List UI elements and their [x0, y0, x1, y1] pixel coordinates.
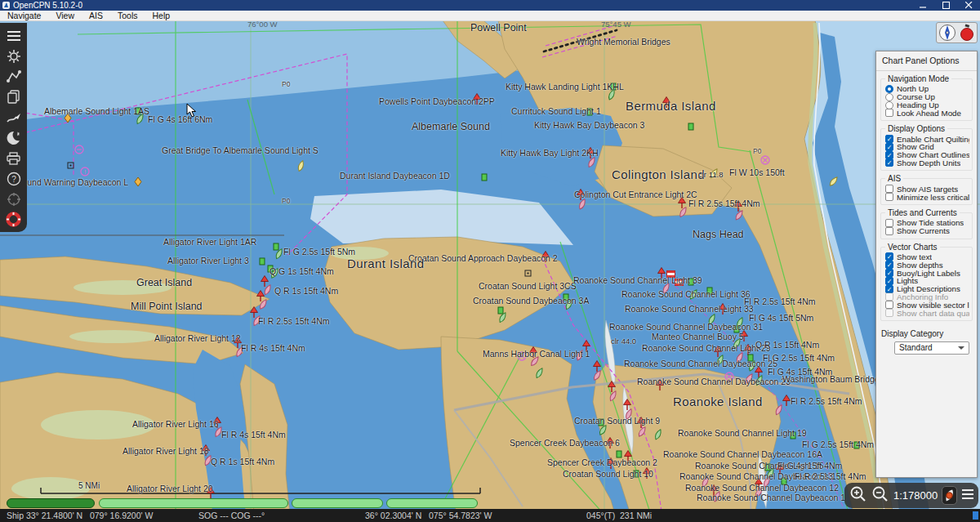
- option-show-depth-units[interactable]: ✓Show Depth Units: [885, 159, 969, 167]
- chart-label: Fl R 2.5s 15ft 4Nm: [744, 297, 816, 306]
- checkbox-show-ais-targets[interactable]: [885, 185, 893, 193]
- settings-gear-icon[interactable]: [3, 46, 24, 66]
- chart-label: Fl G 2.5s 15ft 4Nm: [763, 353, 835, 363]
- group-label: Display Options: [885, 124, 947, 133]
- chart-scale-toolbar: 1:178000: [844, 483, 978, 508]
- drop-mark-icon[interactable]: [3, 189, 24, 209]
- option-label: Anchoring Info: [897, 292, 948, 301]
- chart-menu-button[interactable]: [961, 489, 974, 503]
- chart-label: Wright Memorial Bridges: [577, 37, 670, 47]
- chart-label: Fl R 2.5s 15ft 4Nm: [688, 199, 760, 208]
- chart-label: Durant Island: [347, 257, 424, 270]
- chart-label: Durant Island Daybeacon 1D: [340, 171, 450, 181]
- menu-icon[interactable]: [3, 25, 24, 46]
- help-icon[interactable]: ?: [3, 168, 24, 189]
- menu-bar: NavigateViewAISToolsHelp: [0, 11, 980, 21]
- menu-help[interactable]: Help: [145, 11, 177, 21]
- print-icon[interactable]: [3, 148, 24, 168]
- chart-bar-segment[interactable]: [292, 498, 383, 508]
- checkbox-show-currents[interactable]: [885, 227, 893, 235]
- checkbox-minimize-less-critical-targets[interactable]: [885, 193, 893, 201]
- chart-bar-segment[interactable]: [386, 498, 478, 508]
- checkbox-look-ahead-mode[interactable]: [885, 109, 893, 117]
- chart-label: Alligator River Light 16: [132, 419, 219, 429]
- group-ais: AISShow AIS targetsMinimize less critica…: [880, 178, 973, 205]
- menu-ais[interactable]: AIS: [82, 11, 110, 21]
- night-mode-moon-icon[interactable]: [3, 127, 24, 148]
- radio-course-up[interactable]: [885, 93, 893, 101]
- bearing-range-readout: 045°(T) 231 NMi: [586, 509, 652, 522]
- checkbox-show-depth-units[interactable]: ✓: [885, 158, 893, 167]
- follow-boat-button[interactable]: [942, 486, 957, 505]
- checkbox-buoy-light-labels[interactable]: ✓: [885, 269, 893, 277]
- chart-label: Fl R 4s 15ft 4Nm: [221, 430, 286, 439]
- close-button[interactable]: [957, 0, 980, 11]
- checkbox-lights[interactable]: ✓: [885, 277, 893, 285]
- option-label: Look Ahead Mode: [897, 109, 961, 118]
- menu-tools[interactable]: Tools: [110, 11, 145, 21]
- chart-label: Croatan Sound Daybeacon 3A: [473, 296, 589, 306]
- chart-label: Croatan Sound Light 10: [563, 469, 653, 479]
- compass-gps-widget[interactable]: [936, 22, 978, 43]
- option-show-currents[interactable]: Show Currents: [885, 227, 969, 235]
- chart-label: 5 NMi: [78, 481, 100, 490]
- chart-label: Fl G 2.5s 15ft 5Nm: [283, 247, 355, 257]
- compass-rose-icon: [938, 24, 956, 42]
- radio-north-up[interactable]: [885, 85, 893, 93]
- chart-label: Roanoke Sound Channel Light 36: [621, 289, 751, 299]
- chart-label: Kitty Hawk Bay Light 2KH: [501, 148, 599, 158]
- checkbox-show-grid[interactable]: ✓: [885, 143, 893, 151]
- checkbox-light-descriptions[interactable]: ✓: [885, 285, 893, 293]
- checkbox-show-tide-stations[interactable]: [885, 219, 893, 227]
- maximize-button[interactable]: [934, 0, 957, 11]
- minimize-button[interactable]: [911, 0, 934, 11]
- checkbox-anchoring-info[interactable]: [885, 292, 893, 301]
- checkbox-show-visible-sector-lights[interactable]: [885, 301, 893, 309]
- chart-canvas[interactable]: 76°00 W75°45 WPowell PointWright Memoria…: [0, 21, 980, 522]
- route-manager-icon[interactable]: [3, 87, 24, 107]
- title-bar: OpenCPN 5.10.2-0: [0, 0, 980, 11]
- chart-bar-segment[interactable]: [99, 498, 288, 508]
- chart-label: P0: [282, 80, 290, 88]
- group-label: Vector Charts: [885, 243, 940, 252]
- zoom-out-button[interactable]: [871, 485, 889, 506]
- checkbox-show-text[interactable]: ✓: [885, 252, 893, 261]
- app-logo-icon: [2, 2, 10, 9]
- follow-vessel-icon[interactable]: [3, 107, 24, 127]
- checkbox-show-chart-outlines[interactable]: ✓: [885, 151, 893, 159]
- chart-label: Roanoke Sound Channel Daybeacon 23: [637, 377, 791, 386]
- chart-label: Alligator River Light 1AR: [163, 237, 256, 247]
- chart-label: Spencer Creek Daybeacon 6: [510, 438, 620, 448]
- chart-label: Fl R 2.5s 15ft 4Nm: [795, 471, 866, 481]
- checkbox-enable-chart-quilting[interactable]: ✓: [885, 135, 893, 143]
- chart-label: Bermuda Island: [626, 99, 716, 113]
- chart-label: Mill Point Island: [131, 301, 203, 312]
- create-route-icon[interactable]: [3, 66, 24, 87]
- option-show-chart-data-quality[interactable]: Show chart data quality: [885, 309, 969, 317]
- man-overboard-icon[interactable]: [3, 209, 24, 230]
- option-anchoring-info[interactable]: Anchoring Info: [885, 293, 969, 301]
- chart-label: Kitty Hawk Landing Light 1KHL: [506, 82, 624, 91]
- checkbox-show-chart-data-quality[interactable]: [885, 309, 893, 317]
- chart-label: Q G 1s 15ft 4Nm: [270, 266, 334, 276]
- chart-label: Fl R 2.5s 15ft 4Nm: [791, 396, 862, 406]
- chart-label: Manteo Channel Buoy 5: [652, 332, 744, 341]
- chart-label: Colington Cut Entrance Light 2C: [574, 190, 697, 199]
- chart-label: Fl G 4s 15ft 4Nm: [777, 461, 842, 471]
- chart-label: Croatan Sound Light 9: [574, 416, 660, 426]
- chart-label: Roanoke Sound Channel Daybeacon 31: [609, 322, 763, 332]
- chart-label: Roanoke Sound Channel Daybeacon 16A: [663, 449, 822, 459]
- chart-bar-segment[interactable]: [7, 498, 95, 508]
- option-minimize-less-critical-targets[interactable]: Minimize less critical targets: [885, 193, 969, 201]
- menu-view[interactable]: View: [48, 11, 82, 21]
- zoom-in-button[interactable]: [849, 485, 867, 506]
- option-look-ahead-mode[interactable]: Look Ahead Mode: [885, 109, 969, 117]
- display-category-select[interactable]: Standard: [894, 341, 969, 355]
- chevron-down-icon: [958, 346, 964, 350]
- chart-label: Powell Point: [470, 22, 527, 33]
- radio-heading-up[interactable]: [885, 101, 893, 109]
- menu-navigate[interactable]: Navigate: [0, 11, 48, 21]
- checkbox-show-depths[interactable]: ✓: [885, 261, 893, 269]
- resize-grip[interactable]: [973, 511, 978, 520]
- chart-label: Albemarle Sound: [412, 121, 490, 132]
